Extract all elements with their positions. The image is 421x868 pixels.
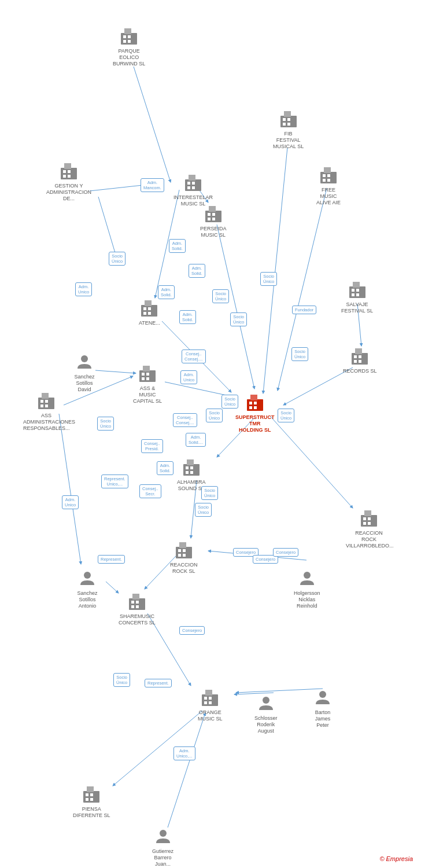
node-perseida[interactable]: PERSEIDA MUSIC SL (200, 204, 227, 238)
node-label: FREE MUSIC ALIVE AIE (316, 187, 341, 205)
company-icon (58, 161, 79, 182)
node-label: Holgersson Nicklas Reinhold (294, 590, 320, 609)
badge-adm-solid-3[interactable]: Adm.Solid. (158, 285, 175, 299)
svg-rect-91 (146, 377, 149, 380)
company-icon (318, 165, 339, 186)
company-icon (139, 298, 160, 319)
badge-consej-secr[interactable]: Consej..Secr. (139, 484, 161, 498)
svg-rect-136 (86, 798, 88, 801)
company-icon (119, 26, 139, 47)
node-salvaje-festival[interactable]: SALVAJE FESTIVAL SL (341, 279, 373, 314)
badge-socio-unico-1[interactable]: SocioÚnico (109, 252, 125, 266)
badge-socio-unico-2[interactable]: SocioÚnico (212, 289, 229, 303)
company-icon (36, 391, 57, 411)
badge-socio-unico-6[interactable]: SocioÚnico (206, 409, 223, 422)
node-sanchez-david[interactable]: Sanchez Sotillos David (74, 352, 95, 392)
svg-rect-126 (204, 697, 207, 700)
badge-socio-unico-9[interactable]: SocioÚnico (278, 409, 294, 422)
company-icon (347, 279, 368, 300)
badge-socio-unico-12[interactable]: SocioÚnico (113, 673, 130, 687)
node-label: Sanchez Sotillos David (74, 374, 94, 392)
badge-adm-mancom[interactable]: Adm.Mancom. (141, 178, 164, 192)
node-ass-music-capital[interactable]: ASS & MUSIC CAPITAL SL (133, 363, 162, 404)
node-sharemusic[interactable]: SHAREMUSIC CONCERTS SL (119, 591, 156, 626)
badge-socio-unico-11[interactable]: SocioÚnico (195, 503, 212, 517)
badge-adm-solid-5[interactable]: Adm.Solid.... (186, 433, 206, 447)
person-icon (153, 826, 173, 847)
badge-fundador[interactable]: Fundador (292, 306, 316, 314)
svg-rect-58 (212, 213, 215, 216)
svg-rect-107 (368, 517, 371, 520)
badge-adm-solid-4[interactable]: Adm.Solid. (179, 310, 196, 324)
svg-rect-39 (63, 170, 66, 173)
svg-rect-92 (143, 366, 150, 372)
badge-socio-unico-8[interactable]: SocioÚnico (97, 417, 114, 431)
svg-rect-85 (45, 404, 48, 407)
svg-rect-59 (208, 218, 211, 220)
badge-adm-solid-6[interactable]: Adm.Solid. (157, 461, 173, 475)
company-icon (137, 363, 158, 384)
badge-consejero-3[interactable]: Consejero (273, 548, 298, 557)
badge-socio-unico-5[interactable]: SocioÚnico (291, 347, 308, 361)
node-label: GESTION Y ADMINISTRACION DE... (46, 183, 91, 201)
node-free-music[interactable]: FREE MUSIC ALIVE AIE (316, 165, 341, 205)
badge-represent-2[interactable]: Represent. (145, 679, 172, 687)
copyright-text: © Empresia (379, 855, 413, 862)
node-label: PARQUE EOLICO BURWIND SL (113, 48, 145, 67)
node-orange-music[interactable]: ORANGE MUSIC SL (198, 687, 223, 722)
node-interestelar[interactable]: INTERESTELAR MUSIC SL (173, 172, 213, 207)
svg-rect-77 (354, 360, 357, 363)
svg-rect-52 (327, 174, 330, 177)
badge-consej-consej-2[interactable]: Consej..Consej.... (173, 413, 197, 427)
node-reaccion-rock-villa[interactable]: REACCION ROCK VILLARROBLEDO... (346, 508, 392, 549)
node-superstruct[interactable]: SUPERSTRUCT TMR HOLDING SL (235, 392, 275, 433)
svg-rect-42 (68, 175, 71, 178)
badge-adm-unico-1[interactable]: Adm.Unico (75, 282, 92, 296)
node-gestion-admin[interactable]: GESTION Y ADMINISTRACION DE... (46, 161, 91, 201)
badge-adm-solid-2[interactable]: Adm.Solid. (189, 264, 205, 278)
badge-represent-1[interactable]: Represent. (98, 555, 125, 564)
svg-rect-120 (136, 601, 139, 604)
badge-socio-unico-4[interactable]: SocioÚnico (260, 272, 277, 286)
badge-socio-unico-7[interactable]: SocioÚnico (221, 395, 238, 409)
node-ass-admin[interactable]: ASS ADMINISTRACIONES RESPONSABLES... (23, 391, 69, 431)
node-records[interactable]: RECORDS SL (343, 346, 377, 374)
badge-consej-consej-1[interactable]: Consej..Consej.... (182, 350, 206, 363)
svg-rect-55 (324, 167, 331, 173)
badge-represent-unico[interactable]: Represent.Unico,... (101, 475, 128, 488)
node-holgersson[interactable]: Holgersson Nicklas Reinhold (294, 568, 320, 609)
node-atene[interactable]: ATENE... (139, 298, 160, 326)
badge-socio-unico-3[interactable]: SocioÚnico (230, 312, 247, 326)
node-barton[interactable]: Barton James Peter (312, 687, 333, 728)
badge-adm-unico-3[interactable]: Adm.Unico (62, 495, 79, 509)
badge-consejero-4[interactable]: Consejero (179, 626, 205, 635)
node-schlosser[interactable]: Schlosser Roderik August (254, 693, 278, 734)
svg-rect-72 (148, 312, 151, 315)
node-reaccion-rock[interactable]: REACCION ROCK SL (170, 540, 198, 575)
svg-rect-57 (208, 213, 211, 216)
svg-rect-110 (364, 510, 371, 516)
node-piensa-diferente[interactable]: PIENSA DIFERENTE SL (73, 784, 110, 819)
node-gutierrez[interactable]: Gutierrez Barrero Juan... (152, 826, 173, 867)
svg-rect-94 (249, 402, 252, 404)
badge-socio-unico-10[interactable]: SocioÚnico (201, 486, 218, 500)
node-label: Schlosser Roderik August (254, 715, 278, 734)
svg-point-139 (160, 830, 167, 837)
company-icon (127, 591, 147, 612)
svg-rect-102 (186, 471, 189, 474)
svg-rect-45 (187, 182, 190, 185)
svg-rect-113 (183, 549, 186, 552)
badge-adm-unico-4[interactable]: Adm.Unico,... (173, 746, 195, 760)
node-label: FIB FESTIVAL MUSICAL SL (273, 131, 304, 149)
svg-rect-35 (283, 123, 286, 126)
node-parque-eolico[interactable]: PARQUE EOLICO BURWIND SL (113, 26, 145, 67)
svg-rect-101 (190, 466, 193, 469)
svg-rect-95 (254, 402, 257, 404)
person-icon (256, 693, 276, 714)
node-sanchez-antonio[interactable]: Sanchez Sotillos Antonio (77, 568, 98, 609)
node-fib-festival[interactable]: FIB FESTIVAL MUSICAL SL (273, 109, 304, 149)
badge-consej-presid[interactable]: Consej..Presid. (141, 439, 163, 453)
svg-rect-71 (143, 312, 146, 315)
badge-adm-solid-1[interactable]: Adm.Solid. (169, 239, 186, 253)
badge-adm-unico-2[interactable]: Adm.Unico (180, 370, 197, 384)
